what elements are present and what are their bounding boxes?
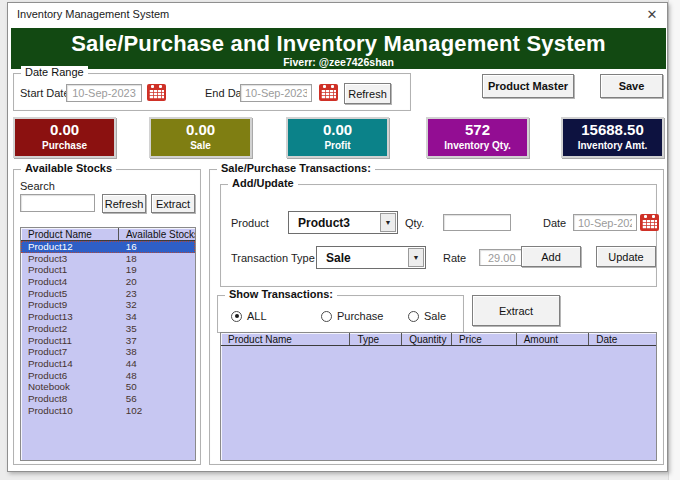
stocks-refresh-button[interactable]: Refresh	[102, 194, 146, 213]
save-button[interactable]: Save	[600, 74, 663, 98]
transaction-type-dropdown[interactable]: Sale ▼	[316, 246, 426, 269]
kpi-tile-inventory-amt: 15688.50Inventory Amt.	[561, 117, 664, 158]
stock-row[interactable]: Product318	[21, 253, 195, 265]
cell-product-name: Product2	[21, 323, 119, 335]
chevron-down-icon: ▼	[408, 248, 424, 267]
cell-product-name: Notebook	[21, 381, 119, 393]
close-icon[interactable]: ✕	[637, 3, 667, 25]
cell-available-stocks: 35	[119, 323, 195, 335]
stock-row[interactable]: Product648	[21, 370, 195, 382]
transactions-extract-button[interactable]: Extract	[472, 295, 560, 326]
column-header-type: Type	[350, 333, 402, 345]
app-banner: Sale/Purchase and Inventory Management S…	[11, 28, 666, 69]
show-transactions-legend: Show Transactions:	[225, 288, 337, 300]
txn-date-calendar-icon[interactable]	[640, 214, 659, 231]
cell-available-stocks: 56	[119, 393, 195, 405]
transactions-listbox[interactable]: Product NameTypeQuantityPriceAmountDate	[220, 332, 657, 461]
stock-row[interactable]: Product119	[21, 264, 195, 276]
cell-available-stocks: 18	[119, 253, 195, 265]
window-title: Inventory Management System	[8, 8, 637, 20]
update-button[interactable]: Update	[596, 246, 656, 267]
kpi-tile-purchase: 0.00Purchase	[13, 117, 116, 158]
cell-available-stocks: 38	[119, 346, 195, 358]
app-window: Inventory Management System ✕ Sale/Purch…	[7, 2, 668, 472]
kpi-tile-inventory-qty: 572Inventory Qty.	[426, 117, 529, 158]
add-update-legend: Add/Update	[228, 177, 298, 189]
radio-label: Sale	[424, 310, 446, 322]
app-banner-subtitle: Fiverr: @zee7426shan	[11, 57, 666, 68]
search-input[interactable]	[20, 194, 95, 212]
column-header-quantity: Quantity	[402, 333, 452, 345]
stock-row[interactable]: Product932	[21, 299, 195, 311]
cell-available-stocks: 32	[119, 299, 195, 311]
add-update-group: Add/Update Product Product3 ▼ Qty. Date …	[220, 184, 657, 287]
kpi-label: Profit	[288, 140, 387, 152]
stocks-listbox[interactable]: Product NameAvailable Stocks Product1216…	[20, 227, 196, 461]
date-refresh-button[interactable]: Refresh	[344, 83, 391, 104]
column-header-date: Date	[589, 333, 656, 345]
stock-row[interactable]: Product523	[21, 288, 195, 300]
cell-product-name: Product6	[21, 370, 119, 382]
add-button[interactable]: Add	[521, 246, 581, 267]
cell-product-name: Product10	[21, 405, 119, 417]
product-dropdown-value: Product3	[298, 212, 350, 233]
column-header-available-stocks: Available Stocks	[119, 228, 195, 240]
chevron-down-icon: ▼	[380, 213, 396, 232]
cell-product-name: Product8	[21, 393, 119, 405]
stock-row[interactable]: Product420	[21, 276, 195, 288]
rate-label: Rate	[443, 252, 466, 264]
radio-button-icon	[231, 311, 242, 322]
kpi-value: 572	[428, 119, 527, 140]
kpi-value: 0.00	[151, 119, 250, 140]
start-date-calendar-icon[interactable]	[147, 84, 166, 101]
cell-product-name: Product7	[21, 346, 119, 358]
radio-label: Purchase	[337, 310, 383, 322]
stock-row[interactable]: Notebook50	[21, 381, 195, 393]
radio-button-icon	[321, 311, 332, 322]
stock-row[interactable]: Product1137	[21, 335, 195, 347]
cell-product-name: Product11	[21, 335, 119, 347]
txn-date-label: Date	[543, 217, 566, 229]
stock-row[interactable]: Product738	[21, 346, 195, 358]
cell-available-stocks: 20	[119, 276, 195, 288]
radio-sale[interactable]: Sale	[408, 310, 446, 322]
radio-purchase[interactable]: Purchase	[321, 310, 383, 322]
stock-row[interactable]: Product1444	[21, 358, 195, 370]
start-date-label: Start Date	[20, 87, 70, 99]
app-banner-title: Sale/Purchase and Inventory Management S…	[11, 28, 666, 57]
txn-date-input[interactable]	[573, 214, 637, 231]
stock-row[interactable]: Product1216	[21, 241, 195, 253]
stock-row[interactable]: Product1334	[21, 311, 195, 323]
cell-product-name: Product9	[21, 299, 119, 311]
stock-row[interactable]: Product235	[21, 323, 195, 335]
search-label: Search	[20, 180, 55, 192]
cell-available-stocks: 23	[119, 288, 195, 300]
cell-product-name: Product1	[21, 264, 119, 276]
available-stocks-group: Available Stocks Search Refresh Extract …	[13, 169, 201, 465]
end-date-input[interactable]	[240, 84, 312, 102]
radio-label: ALL	[247, 310, 267, 322]
product-dropdown[interactable]: Product3 ▼	[288, 211, 398, 234]
cell-product-name: Product3	[21, 253, 119, 265]
transactions-group: Sale/Purchase Transactions: Add/Update P…	[209, 169, 664, 465]
stocks-header: Product NameAvailable Stocks	[21, 228, 195, 241]
start-date-input[interactable]	[66, 84, 142, 102]
cell-available-stocks: 19	[119, 264, 195, 276]
column-header-amount: Amount	[517, 333, 590, 345]
kpi-value: 0.00	[15, 119, 114, 140]
transactions-header: Product NameTypeQuantityPriceAmountDate	[221, 333, 656, 346]
kpi-tile-profit: 0.00Profit	[286, 117, 389, 158]
radio-all[interactable]: ALL	[231, 310, 267, 322]
column-header-price: Price	[452, 333, 517, 345]
product-master-button[interactable]: Product Master	[482, 74, 574, 98]
stock-row[interactable]: Product10102	[21, 405, 195, 417]
date-range-group: Date Range Start Date End Date Refresh	[13, 73, 411, 111]
transactions-legend: Sale/Purchase Transactions:	[217, 162, 375, 174]
stock-row[interactable]: Product856	[21, 393, 195, 405]
window-titlebar[interactable]: Inventory Management System ✕	[8, 3, 667, 25]
qty-input[interactable]	[443, 214, 511, 231]
stocks-extract-button[interactable]: Extract	[151, 194, 195, 213]
cell-available-stocks: 34	[119, 311, 195, 323]
end-date-calendar-icon[interactable]	[319, 84, 338, 101]
cell-available-stocks: 44	[119, 358, 195, 370]
